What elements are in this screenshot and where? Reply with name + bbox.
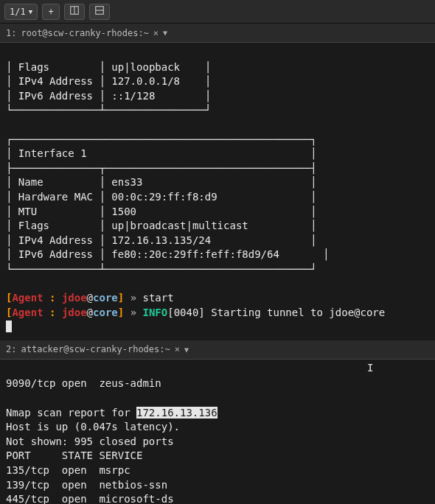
layout-icon: [94, 5, 105, 18]
pane2-tab-header[interactable]: 2: attacker@scw-cranky-rhodes:~ × ▼: [0, 340, 435, 360]
output-line: 9090/tcp open zeus-admin: [6, 377, 161, 389]
box-row: │ Hardware MAC │ 00:0c:29:ff:f8:d9 │: [6, 191, 316, 203]
box-row: │ Flags │ up|loopback │: [6, 61, 211, 73]
table-row: 445/tcp open microsoft-ds: [6, 493, 174, 504]
pane1-tab-header[interactable]: 1: root@scw-cranky-rhodes:~ × ▼: [0, 24, 435, 43]
box-row: │ IPv6 Address │ fe80::20c:29ff:feff:f8d…: [6, 248, 329, 260]
new-tab-button[interactable]: +: [42, 4, 60, 20]
pane2-tab-index: 2:: [6, 344, 16, 354]
box-top: ┌───────────────────────────────────────…: [6, 133, 316, 145]
tab-counter-button[interactable]: 1/1 ▼: [4, 4, 38, 20]
box-row: │ MTU │ 1500 │: [6, 206, 316, 217]
table-row: 135/tcp open msrpc: [6, 464, 130, 476]
box-sep: ├──────────────┬────────────────────────…: [6, 162, 316, 174]
toolbar: 1/1 ▼ +: [0, 0, 435, 24]
scan-line: Nmap scan report for 172.16.13.136: [6, 407, 218, 419]
box-header: │ Interface 1 │: [6, 147, 316, 159]
output-line: Host is up (0.047s latency).: [6, 421, 180, 433]
chevron-down-icon[interactable]: ▼: [163, 29, 167, 37]
chevron-down-icon: ▼: [29, 8, 32, 15]
table-header: PORT STATE SERVICE: [6, 449, 142, 461]
terminal-pane-2[interactable]: 9090/tcp open zeus-admin Nmap scan repor…: [0, 360, 435, 504]
box-row: │ Flags │ up|broadcast|multicast │: [6, 220, 316, 231]
close-icon[interactable]: ×: [153, 28, 159, 38]
highlighted-ip: 172.16.13.136: [136, 407, 218, 419]
close-icon[interactable]: ×: [175, 344, 180, 354]
terminal-pane-1[interactable]: │ Flags │ up|loopback │ │ IPv4 Address │…: [0, 43, 435, 340]
chevron-down-icon[interactable]: ▼: [184, 346, 189, 354]
box-row: │ IPv6 Address │ ::1/128 │: [6, 90, 211, 102]
plus-icon: +: [48, 7, 53, 17]
box-row: │ IPv4 Address │ 127.0.0.1/8 │: [6, 75, 211, 87]
output-line: Not shown: 995 closed ports: [6, 435, 174, 447]
box-row: │ IPv4 Address │ 172.16.13.135/24 │: [6, 234, 316, 246]
pane1-tab-title: root@scw-cranky-rhodes:~: [21, 28, 148, 38]
prompt-line-1: [Agent : jdoe@core] » start: [6, 292, 174, 304]
pane1-tab-index: 1:: [6, 28, 16, 38]
pane2-tab-title: attacker@scw-cranky-rhodes:~: [21, 344, 170, 354]
layout-button-2[interactable]: [89, 4, 110, 20]
prompt-line-2: [Agent : jdoe@core] » INFO[0040] Startin…: [6, 307, 385, 318]
box-bottom: └──────────────┴────────────────┘: [6, 104, 211, 116]
tab-counter-label: 1/1: [10, 7, 26, 17]
text-cursor-icon: I: [367, 361, 373, 376]
layout-button-1[interactable]: [64, 4, 85, 20]
table-row: 139/tcp open netbios-ssn: [6, 479, 167, 491]
box-bottom: └──────────────┴────────────────────────…: [6, 263, 316, 275]
layout-icon: [69, 5, 80, 18]
cursor: [6, 321, 12, 332]
box-row: │ Name │ ens33 │: [6, 176, 316, 188]
